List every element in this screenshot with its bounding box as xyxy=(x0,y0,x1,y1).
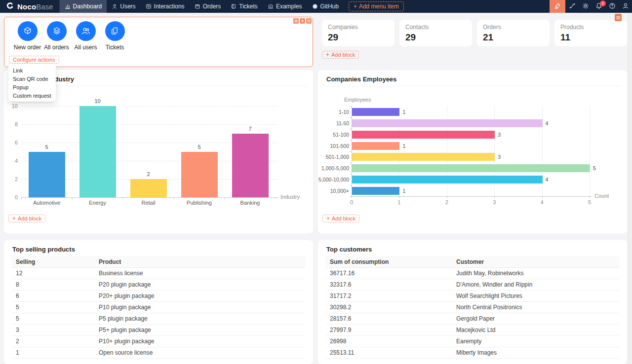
column-header[interactable]: Customer xyxy=(452,258,619,265)
bar-value-label: 4 xyxy=(546,120,549,126)
x-axis-tick xyxy=(123,197,123,199)
table-row[interactable]: 31717.2 Wolf Searchlight Pictures xyxy=(326,291,619,302)
table-row[interactable]: 2 P10+ plugin package xyxy=(12,336,305,347)
table-row[interactable]: 36717.16 Judith May, Robinetworks xyxy=(326,268,619,279)
y-axis-tick xyxy=(350,117,352,118)
action-button-all-orders[interactable]: All orders xyxy=(42,21,71,51)
bar-101-500 xyxy=(352,142,399,150)
x-category-label: Banking xyxy=(225,200,276,206)
page-settings-icon[interactable] xyxy=(615,14,622,21)
x-category-label: Publishing xyxy=(174,200,225,206)
stat-value: 29 xyxy=(328,32,389,43)
table-row[interactable]: 1 Open source license xyxy=(12,347,305,359)
table-row[interactable]: 8 P20 plugin package xyxy=(12,279,305,291)
divider xyxy=(324,86,621,86)
dropdown-item-custom-request[interactable]: Custom request xyxy=(8,91,56,100)
column-header[interactable]: Product xyxy=(95,258,305,265)
nav-item-orders[interactable]: Orders xyxy=(190,0,226,13)
stat-card-contacts: Contacts 29 xyxy=(399,20,472,46)
y-category-label: 5,000-10,000 xyxy=(318,177,349,182)
table-title: Top customers xyxy=(326,246,372,253)
dropdown-item-link[interactable]: Link xyxy=(8,66,56,74)
table-header-row: Sum of consumption Customer xyxy=(326,256,619,268)
table-row[interactable]: 5 P10 plugin package xyxy=(12,302,305,313)
scrollbar[interactable] xyxy=(628,13,632,364)
table-cell: 5 xyxy=(12,315,95,322)
bar-automotive xyxy=(29,152,65,198)
table-row[interactable]: 26998 Earempty xyxy=(326,336,619,347)
action-button-tickets[interactable]: Tickets xyxy=(100,21,129,51)
bar-501-1-000 xyxy=(352,153,495,161)
nav-item-interactions[interactable]: Interactions xyxy=(141,0,190,13)
top-customers-table: Sum of consumption Customer 36717.16 Jud… xyxy=(326,256,619,359)
drag-handle-icon[interactable] xyxy=(293,18,299,24)
table-cell: P10+ plugin package xyxy=(95,338,305,345)
help-button[interactable] xyxy=(605,0,619,13)
add-block-button-right[interactable]: + Add block xyxy=(322,215,359,222)
bar-value-label: 3 xyxy=(498,132,501,138)
stats-row: Companies 29 Contacts 29 Orders 21 Produ… xyxy=(322,20,627,46)
column-header[interactable]: Selling xyxy=(12,258,95,265)
table-header-row: Selling Product xyxy=(12,256,305,268)
nav-item-users[interactable]: Users xyxy=(107,0,140,13)
question-circle-icon xyxy=(609,2,616,11)
x-axis-title: Industry xyxy=(280,194,300,200)
add-action-icon[interactable] xyxy=(300,18,305,24)
table-row[interactable]: 6 P20+ plugin package xyxy=(12,291,305,302)
table-row[interactable]: 27997.9 Macejkovic Ltd xyxy=(326,325,619,336)
dropdown-item-scan-qr-code[interactable]: Scan QR code xyxy=(8,74,56,83)
y-axis-title: Employees xyxy=(344,97,371,103)
add-block-button-stats[interactable]: + Add block xyxy=(322,51,359,59)
dropdown-item-popup[interactable]: Popup xyxy=(8,83,56,91)
api-flow-button[interactable] xyxy=(565,0,579,13)
x-axis xyxy=(352,196,592,197)
table-row[interactable]: 32317.6 D'Amore, Windler and Rippin xyxy=(326,279,619,291)
layers-icon xyxy=(47,21,67,41)
y-axis-tick xyxy=(350,196,352,197)
configure-actions-button[interactable]: Configure actions xyxy=(9,56,59,64)
nocobase-logo[interactable]: NocoBase xyxy=(0,0,59,13)
y-axis-tick xyxy=(350,129,352,129)
column-header[interactable]: Sum of consumption xyxy=(326,258,452,265)
y-tick-label: 4 xyxy=(4,158,18,164)
table-row[interactable]: 28157.6 Gergold Paper xyxy=(326,313,619,325)
table-row[interactable]: 25513.11 Miberty Images xyxy=(326,347,619,359)
table-block-top-customers: Top customers Sum of consumption Custome… xyxy=(318,240,627,364)
x-axis xyxy=(21,197,279,198)
bar-1-10 xyxy=(352,108,399,116)
block-toolbar xyxy=(293,18,312,24)
nav-item-dashboard[interactable]: Dashboard xyxy=(60,0,107,13)
add-block-button-left[interactable]: + Add block xyxy=(8,215,45,222)
table-row[interactable]: 12 Business license xyxy=(12,268,305,279)
nav-item-github[interactable]: GitHub xyxy=(307,0,344,13)
table-cell: Earempty xyxy=(452,338,619,345)
table-cell: 31717.2 xyxy=(326,292,452,299)
bar-value-label: 1 xyxy=(402,188,405,194)
stat-label: Orders xyxy=(483,24,544,31)
nav-item-examples[interactable]: Examples xyxy=(263,0,307,13)
table-row[interactable]: 3 P5+ plugin package xyxy=(12,325,305,336)
action-button-new-order[interactable]: New order xyxy=(13,21,42,51)
table-row[interactable]: 5 P5 plugin package xyxy=(12,313,305,325)
user-profile-button[interactable] xyxy=(619,0,632,13)
notifications-button[interactable]: 1 xyxy=(592,0,605,13)
action-button-all-users[interactable]: All users xyxy=(71,21,100,51)
table-cell: 30298.2 xyxy=(326,304,452,311)
table-row[interactable]: 30298.2 North Central Positronics xyxy=(326,302,619,313)
table-cell: P5+ plugin package xyxy=(95,327,305,333)
bar-value-label: 4 xyxy=(546,177,549,182)
block-settings-icon[interactable] xyxy=(306,18,312,24)
logo-text-light: Base xyxy=(36,2,53,11)
nav-item-tickets[interactable]: Tickets xyxy=(226,0,263,13)
nocobase-app: NocoBase Dashboard Users Interactions Or… xyxy=(0,0,632,364)
table-cell: 3 xyxy=(12,327,95,333)
gridline xyxy=(21,106,278,107)
ui-editor-button[interactable] xyxy=(550,0,565,13)
add-menu-item-button[interactable]: + Add menu item xyxy=(349,1,404,11)
settings-button[interactable] xyxy=(579,0,592,13)
y-tick-label: 10 xyxy=(4,103,18,109)
table-cell: North Central Positronics xyxy=(452,304,619,311)
box-icon xyxy=(195,3,200,9)
y-axis-tick xyxy=(350,163,352,163)
x-axis-tick xyxy=(72,197,73,199)
